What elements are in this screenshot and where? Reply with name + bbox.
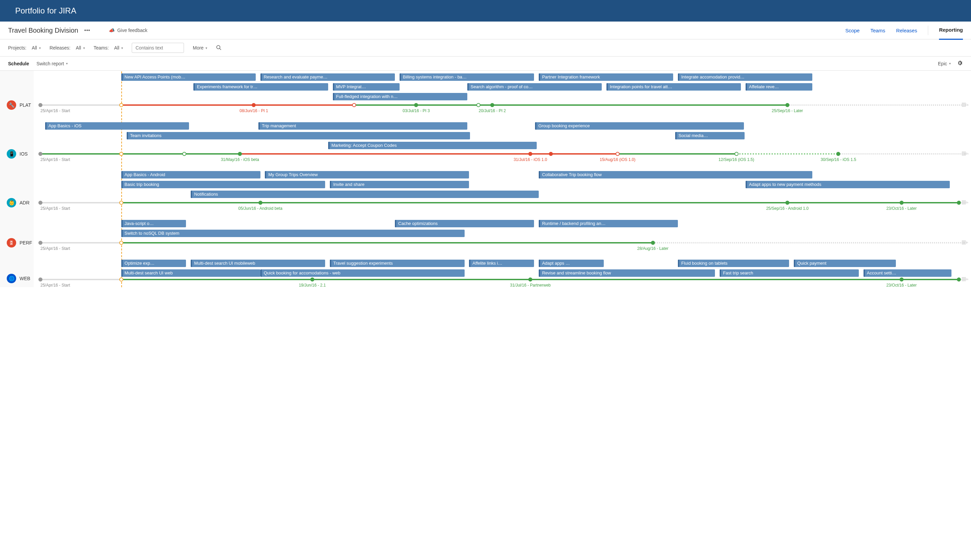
release-marker[interactable] [785,201,789,205]
timeline-canvas[interactable]: New API Access Points (mob…Research and … [34,71,971,287]
epic-bar[interactable]: Marketing: Accept Coupon Codes [328,142,537,149]
epic-bar[interactable]: Search algorithm - proof of co… [467,83,602,91]
release-marker[interactable] [734,152,739,156]
epic-bar[interactable]: Quick booking for accomodations - web [260,269,465,277]
release-marker[interactable] [352,103,356,107]
release-track: ▷25/Apr/16 - Start31/May/16 - iOS beta31… [40,153,968,155]
epic-bar[interactable]: New API Access Points (mob… [121,73,256,81]
team-row[interactable]: 📱IOS [3,149,28,158]
filter-teams[interactable]: Teams: All ▾ [93,45,123,50]
release-marker[interactable] [616,152,620,156]
gear-icon[interactable] [957,60,963,67]
epic-bar[interactable]: Experiments framework for tr… [194,83,328,91]
team-row[interactable]: 🎛PERF [3,238,32,248]
release-marker[interactable] [38,103,42,107]
release-marker[interactable] [119,152,123,156]
release-marker[interactable] [957,277,961,282]
epic-bar[interactable]: Notifications [191,191,539,198]
epic-bar[interactable]: Quick payment [794,260,896,267]
release-marker[interactable] [119,277,123,282]
filter-projects[interactable]: Projects: All ▾ [8,45,41,50]
epic-bar[interactable]: Team invitations [127,132,470,139]
epic-bar[interactable]: Integration points for travel att… [606,83,741,91]
release-marker[interactable] [259,201,262,205]
release-marker[interactable] [38,152,42,156]
epic-bar[interactable]: Affelite links i… [469,260,534,267]
team-avatar-icon: 📱 [7,149,16,158]
switch-report[interactable]: Switch report ▾ [37,61,68,66]
release-marker[interactable] [119,241,123,245]
release-marker[interactable] [182,152,186,156]
hierarchy-select[interactable]: Epic ▾ [938,61,951,66]
release-marker[interactable] [528,152,532,156]
epic-bar[interactable]: Research and evaluate payme… [260,73,395,81]
release-marker[interactable] [785,103,789,107]
release-marker[interactable] [899,201,904,205]
team-row[interactable]: 👶ADR [3,198,30,207]
epic-bar[interactable]: Trip management [259,122,467,130]
release-marker[interactable] [490,103,494,107]
release-marker[interactable] [476,103,480,107]
filter-text-input[interactable] [132,43,184,53]
epic-bar[interactable]: Full-fledged integration with n… [333,93,467,100]
epic-bar[interactable]: Account setti… [864,269,952,277]
release-marker[interactable] [38,241,42,245]
epic-bar[interactable]: Affeliate reve… [746,83,813,91]
epic-bar[interactable]: Integrate accomodation provid… [678,73,813,81]
epic-bar[interactable]: Runtime / backend profiling an… [539,220,678,227]
epic-bar[interactable]: Java-script o… [121,220,186,227]
epic-bar[interactable]: Multi-dest search UI mobileweb [191,260,325,267]
tab-teams[interactable]: Teams [870,28,885,33]
epic-bar[interactable]: My Group Trips Overview [265,171,469,178]
epic-bar[interactable]: Optimize exp… [121,260,186,267]
team-row[interactable]: 🔧PLAT [3,100,31,110]
epic-bar[interactable]: Social media… [675,132,745,139]
release-marker[interactable] [119,103,123,107]
feedback-link[interactable]: 📣 Give feedback [109,28,148,33]
tab-releases[interactable]: Releases [896,28,918,33]
epic-bar[interactable]: Switch to noSQL DB system [121,230,465,237]
epic-bar[interactable]: App Basics - Android [121,171,260,178]
team-row[interactable]: 🌐WEB [3,274,30,283]
release-marker[interactable] [528,277,532,282]
release-marker[interactable] [38,277,42,282]
epic-bar[interactable]: Fluid booking on tablets [678,260,789,267]
epic-bar[interactable]: Adapt apps … [539,260,604,267]
release-marker[interactable] [899,277,904,282]
release-marker[interactable] [252,103,256,107]
epic-bar[interactable]: Invite and share [330,181,469,188]
epic-bar[interactable]: Cache optimizations [395,220,534,227]
tab-reporting[interactable]: Reporting [939,27,963,40]
release-marker[interactable] [238,152,242,156]
release-marker[interactable] [651,241,655,245]
search-icon[interactable] [216,45,221,51]
epic-bar[interactable]: Multi-dest search UI web [121,269,260,277]
epic-bar[interactable]: Revise and streamline booking flow [539,269,715,277]
team-avatar-icon: 🌐 [7,274,16,283]
filter-more[interactable]: More ▾ [193,45,207,50]
release-marker[interactable] [836,152,840,156]
tab-scope[interactable]: Scope [845,28,860,33]
epic-bar[interactable]: Basic trip booking [121,181,325,188]
release-marker[interactable] [119,201,123,205]
release-marker-label: 31/Jul/16 - Partnerweb [510,283,551,287]
epic-bar[interactable]: Group booking experience [535,122,744,130]
release-marker[interactable] [414,103,418,107]
epic-bar[interactable]: Billing systems integration - ba… [400,73,534,81]
release-marker[interactable] [38,201,42,205]
plan-more-icon[interactable]: ••• [84,28,90,33]
epic-bar[interactable]: Adapt apps to new payment methods [746,181,950,188]
epic-bar[interactable]: Partner Integration framework [539,73,673,81]
release-marker-label: 23/Oct/16 - Later [886,283,917,287]
chevron-down-icon: ▾ [205,46,207,50]
epic-bar[interactable]: Travel suggestion experiments [330,260,464,267]
release-marker[interactable] [549,152,553,156]
release-marker[interactable] [310,277,314,282]
release-marker[interactable] [957,201,961,205]
epic-bar[interactable]: MVP Integrat… [333,83,400,91]
epic-bar[interactable]: Fast trip search [720,269,859,277]
epic-bar[interactable]: Collaborative Trip booking flow [539,171,813,178]
filter-releases[interactable]: Releases: All ▾ [50,45,85,50]
nav-tabs: Scope Teams Releases Reporting [845,26,963,35]
epic-bar[interactable]: App Basics - iOS [45,122,189,130]
